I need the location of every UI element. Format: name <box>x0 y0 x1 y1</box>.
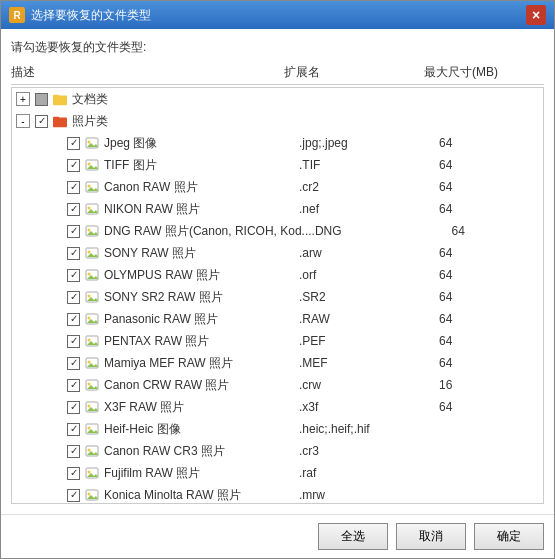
cell-desc: Canon RAW CR3 照片 <box>48 443 299 460</box>
list-item[interactable]: OLYMPUS RAW 照片 .orf 64 <box>12 264 543 286</box>
close-button[interactable]: × <box>526 5 546 25</box>
checkbox[interactable] <box>67 335 80 348</box>
expand-icon[interactable]: + <box>16 92 30 106</box>
checkbox[interactable] <box>67 181 80 194</box>
file-type-tree[interactable]: + 文档类 - 照片类 <box>11 87 544 504</box>
cell-ext: .SR2 <box>299 290 439 304</box>
checkbox[interactable] <box>67 247 80 260</box>
photo-icon <box>85 246 99 260</box>
checkbox[interactable] <box>67 357 80 370</box>
cell-desc: SONY RAW 照片 <box>48 245 299 262</box>
photo-icon <box>85 422 99 436</box>
photo-icon <box>85 202 99 216</box>
cancel-button[interactable]: 取消 <box>396 523 466 550</box>
list-item[interactable]: Canon RAW 照片 .cr2 64 <box>12 176 543 198</box>
svg-point-20 <box>88 251 91 254</box>
list-item[interactable]: - 照片类 <box>12 110 543 132</box>
cell-size: 64 <box>439 312 539 326</box>
list-item[interactable]: X3F RAW 照片 .x3f 64 <box>12 396 543 418</box>
list-item[interactable]: Panasonic RAW 照片 .RAW 64 <box>12 308 543 330</box>
checkbox[interactable] <box>67 467 80 480</box>
cell-desc: Canon CRW RAW 照片 <box>48 377 299 394</box>
item-label: Jpeg 图像 <box>104 135 157 152</box>
item-label: Konica Minolta RAW 照片 <box>104 487 241 504</box>
svg-point-53 <box>88 493 91 496</box>
cell-size: 64 <box>439 334 539 348</box>
checkbox[interactable] <box>35 115 48 128</box>
main-dialog: R 选择要恢复的文件类型 × 请勾选要恢复的文件类型: 描述 扩展名 最大尺寸(… <box>0 0 555 559</box>
folder-photo-icon <box>53 114 67 128</box>
checkbox[interactable] <box>67 269 80 282</box>
dialog-title: 选择要恢复的文件类型 <box>31 7 151 24</box>
list-item[interactable]: Heif-Heic 图像 .heic;.heif;.hif <box>12 418 543 440</box>
cell-ext: .raf <box>299 466 439 480</box>
svg-point-47 <box>88 449 91 452</box>
list-item[interactable]: Mamiya MEF RAW 照片 .MEF 64 <box>12 352 543 374</box>
checkbox[interactable] <box>67 313 80 326</box>
title-bar-left: R 选择要恢复的文件类型 <box>9 7 151 24</box>
item-label: X3F RAW 照片 <box>104 399 184 416</box>
cell-size: 64 <box>452 224 544 238</box>
col-desc: 描述 <box>11 64 284 81</box>
checkbox[interactable] <box>67 225 80 238</box>
list-item[interactable]: SONY SR2 RAW 照片 .SR2 64 <box>12 286 543 308</box>
item-label: Canon RAW 照片 <box>104 179 198 196</box>
cell-ext: .MEF <box>299 356 439 370</box>
cell-size: 64 <box>439 180 539 194</box>
checkbox[interactable] <box>67 423 80 436</box>
item-label: Panasonic RAW 照片 <box>104 311 218 328</box>
photo-icon <box>85 400 99 414</box>
cell-desc: Jpeg 图像 <box>48 135 299 152</box>
cell-size: 64 <box>439 158 539 172</box>
expand-icon[interactable]: - <box>16 114 30 128</box>
cell-size: 16 <box>439 378 539 392</box>
list-item[interactable]: DNG RAW 照片(Canon, RICOH, Kod... .DNG 64 <box>12 220 543 242</box>
cell-desc: + 文档类 <box>16 91 299 108</box>
checkbox[interactable] <box>67 137 80 150</box>
photo-icon <box>85 378 99 392</box>
cell-ext: .cr3 <box>299 444 439 458</box>
cell-desc: Canon RAW 照片 <box>48 179 299 196</box>
cell-desc: Panasonic RAW 照片 <box>48 311 299 328</box>
photo-icon <box>85 356 99 370</box>
list-item[interactable]: NIKON RAW 照片 .nef 64 <box>12 198 543 220</box>
list-item[interactable]: SONY RAW 照片 .arw 64 <box>12 242 543 264</box>
checkbox[interactable] <box>67 401 80 414</box>
ok-button[interactable]: 确定 <box>474 523 544 550</box>
checkbox[interactable] <box>67 445 80 458</box>
list-item[interactable]: Canon CRW RAW 照片 .crw 16 <box>12 374 543 396</box>
svg-point-14 <box>88 207 91 210</box>
svg-point-8 <box>88 163 91 166</box>
list-item[interactable]: Konica Minolta RAW 照片 .mrw <box>12 484 543 504</box>
list-item[interactable]: TIFF 图片 .TIF 64 <box>12 154 543 176</box>
cell-size: 64 <box>439 268 539 282</box>
cell-desc: TIFF 图片 <box>48 157 299 174</box>
list-item[interactable]: Fujifilm RAW 照片 .raf <box>12 462 543 484</box>
cell-ext: .mrw <box>299 488 439 502</box>
cell-desc: Mamiya MEF RAW 照片 <box>48 355 299 372</box>
cell-size: 64 <box>439 400 539 414</box>
table-header: 描述 扩展名 最大尺寸(MB) <box>11 64 544 85</box>
checkbox[interactable] <box>67 291 80 304</box>
app-icon: R <box>9 7 25 23</box>
checkbox[interactable] <box>67 379 80 392</box>
cell-size: 64 <box>439 136 539 150</box>
svg-point-35 <box>88 361 91 364</box>
cell-ext: .crw <box>299 378 439 392</box>
photo-icon <box>85 334 99 348</box>
item-label: Fujifilm RAW 照片 <box>104 465 200 482</box>
checkbox[interactable] <box>67 159 80 172</box>
list-item[interactable]: PENTAX RAW 照片 .PEF 64 <box>12 330 543 352</box>
svg-point-17 <box>88 229 91 232</box>
photo-icon <box>85 224 99 238</box>
list-item[interactable]: + 文档类 <box>12 88 543 110</box>
svg-point-23 <box>88 273 91 276</box>
checkbox[interactable] <box>35 93 48 106</box>
checkbox[interactable] <box>67 489 80 502</box>
select-all-button[interactable]: 全选 <box>318 523 388 550</box>
list-item[interactable]: Jpeg 图像 .jpg;.jpeg 64 <box>12 132 543 154</box>
folder-icon <box>53 92 67 106</box>
checkbox[interactable] <box>67 203 80 216</box>
list-item[interactable]: Canon RAW CR3 照片 .cr3 <box>12 440 543 462</box>
svg-point-44 <box>88 427 91 430</box>
